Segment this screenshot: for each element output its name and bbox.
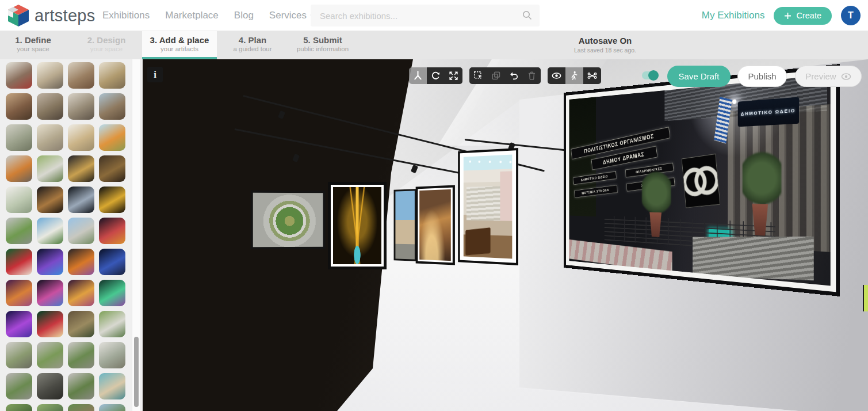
artifact-thumbnail-temple-door[interactable] [99,155,125,182]
step-title: 4. Plan [221,35,284,45]
artifact-thumbnail-stone-apse[interactable] [68,62,94,89]
step-tab-design[interactable]: 2. Design your space [72,31,141,59]
artifact-thumbnail-modern-colorful[interactable] [99,124,125,151]
scale-tool-button[interactable] [445,67,462,84]
artifact-thumbnail-christmas-kiosk[interactable] [37,311,63,337]
artifact-thumbnail-carnival-green[interactable] [99,280,125,306]
3d-viewport[interactable]: ΠΟΛΙΤΙΣΤΙΚΟΣ ΟΡΓΑΝΙΣΜΟΣ ΔΗΜΟΥ ΔΡΑΜΑΣ ΔΗΜ… [143,59,868,411]
artifact-thumbnail-glass-display[interactable] [37,124,63,151]
artwork-concert-hall[interactable] [458,148,518,265]
step-tab-define[interactable]: 1. Define your space [0,31,66,59]
artifact-thumbnail-park-green-4[interactable] [99,404,125,411]
walk-view-tool-icon [569,70,580,81]
artifact-thumbnail-park-green-2[interactable] [37,404,63,411]
artifact-thumbnail-carnival-float-night[interactable] [37,280,63,306]
artifact-thumbnail-eagle-square[interactable] [68,218,94,244]
top-navigation: artsteps Exhibitions Marketplace Blog Se… [0,0,868,31]
preview-button-label: Preview [805,71,836,81]
artifact-thumbnail-modern-building[interactable] [6,155,32,182]
artifact-thumbnail-golden-night-aerial[interactable] [99,187,125,213]
artifact-thumbnail-park-green-3[interactable] [68,404,94,411]
artifact-thumbnail-roundabout-garden[interactable] [6,218,32,244]
artifact-thumbnail-statue-lawn[interactable] [99,311,125,337]
artifact-thumbnail-city-fountain[interactable] [99,373,125,399]
artifact-thumbnail-parade-crowd[interactable] [68,280,94,306]
artifact-thumbnail-stone-archway[interactable] [37,93,63,120]
undo-tool-icon [508,70,519,81]
artifact-thumbnail-church-flowers[interactable] [6,62,32,89]
rotate-tool-button[interactable] [427,67,445,84]
artifact-thumbnail-purple-bridge[interactable] [6,311,32,337]
autosave-status: Autosave On Last saved 18 sec ago. [572,36,638,54]
walk-view-tool-button[interactable] [565,67,583,84]
search-input[interactable] [320,5,515,26]
artifact-thumbnail-stone-school[interactable] [99,93,125,120]
artifact-thumbnail-carnival-night[interactable] [99,218,125,244]
artifact-thumbnail-statue-figure[interactable] [68,342,94,368]
artifact-thumbnail-auditorium-rows[interactable] [68,155,94,182]
move-tool-button[interactable] [409,67,427,84]
artifact-thumbnail-neoclassical-facade[interactable] [37,62,63,89]
steps-bar: 1. Define your space 2. Design your spac… [0,31,868,59]
artwork-monument[interactable] [394,189,416,261]
artifact-thumbnail-statue-mother[interactable] [6,342,32,368]
publish-button[interactable]: Publish [737,66,787,87]
sidebar-scrollbar-track[interactable] [132,59,140,411]
step-subtitle: your space [72,45,141,52]
sidebar-scrollbar-thumb[interactable] [134,337,139,407]
artifact-thumbnail-statue-abstract[interactable] [68,373,94,399]
artifact-thumbnail-night-blue-lights[interactable] [99,249,125,275]
avatar[interactable]: T [841,6,861,25]
artwork-auditorium-warm[interactable] [416,185,455,265]
my-exhibitions-link[interactable]: My Exhibitions [702,10,765,21]
toolbar-group [469,67,541,84]
primary-nav: Exhibitions Marketplace Blog Services [102,0,316,31]
artwork-edge-sliver [863,285,868,311]
select-area-tool-button[interactable] [469,67,487,84]
artwork-drama-cultural-organization[interactable]: ΠΟΛΙΤΙΣΤΙΚΟΣ ΟΡΓΑΝΙΣΜΟΣ ΔΗΜΟΥ ΔΡΑΜΑΣ ΔΗΜ… [564,64,840,296]
artifact-thumbnail-carnival-crowd[interactable] [68,249,94,275]
step-tab-add-and-place[interactable]: 3. Add & place your artifacts [142,31,217,59]
artwork-night-boulevard[interactable] [328,182,387,269]
artifact-thumbnail-christmas-card[interactable] [6,249,32,275]
nav-link-blog[interactable]: Blog [234,10,254,21]
artifact-thumbnail-exhibit-room[interactable] [68,93,94,120]
autosave-toggle[interactable] [642,71,657,79]
artifact-thumbnail-night-park-purple[interactable] [37,249,63,275]
artifact-thumbnail-statue-pillar[interactable] [6,373,32,399]
artifact-thumbnail-courtyard[interactable] [6,124,32,151]
artifact-thumbnail-statue-relief[interactable] [99,342,125,368]
step-tab-plan[interactable]: 4. Plan a guided tour [221,31,284,59]
nav-link-exhibitions[interactable]: Exhibitions [102,10,150,21]
create-button[interactable]: Create [774,7,832,25]
orbit-view-tool-button[interactable] [548,67,565,84]
artifact-thumbnail-bells-exhibit[interactable] [99,62,125,89]
artifact-thumbnail-statue-dark[interactable] [37,373,63,399]
striped-pavement [569,239,672,273]
brand-name: artsteps [35,6,95,25]
drone-view-tool-button[interactable] [583,67,601,84]
artifact-thumbnail-dark-auditorium[interactable] [37,187,63,213]
artifact-thumbnail-statue-column[interactable] [37,342,63,368]
artifact-thumbnail-statue-park[interactable] [37,155,63,182]
artsteps-editor: artsteps Exhibitions Marketplace Blog Se… [0,0,868,411]
nav-link-marketplace[interactable]: Marketplace [165,10,219,21]
artifact-thumbnail-garden-fountain[interactable] [68,311,94,337]
artsteps-logo[interactable]: artsteps [6,3,95,28]
nav-link-services[interactable]: Services [269,10,316,21]
info-button[interactable]: i [147,67,163,82]
rotate-tool-icon [430,70,441,81]
artifact-thumbnail-ornate-facade[interactable] [68,124,94,151]
artifact-thumbnail-museum-hat[interactable] [6,93,32,120]
artwork-aerial-roundabout[interactable] [251,191,326,250]
artifact-thumbnail-festival-figures[interactable] [6,280,32,306]
undo-tool-button[interactable] [505,67,523,84]
artifact-thumbnail-park-green-1[interactable] [6,404,32,411]
preview-button[interactable]: Preview [795,66,862,87]
artifact-thumbnail-eagle-monument-sky[interactable] [37,218,63,244]
toolbar-group [409,67,462,84]
save-draft-button[interactable]: Save Draft [667,66,731,87]
step-tab-submit[interactable]: 5. Submit public information [288,31,358,59]
artifact-thumbnail-white-seats-hall[interactable] [6,187,32,213]
artifact-thumbnail-night-building[interactable] [68,187,94,213]
